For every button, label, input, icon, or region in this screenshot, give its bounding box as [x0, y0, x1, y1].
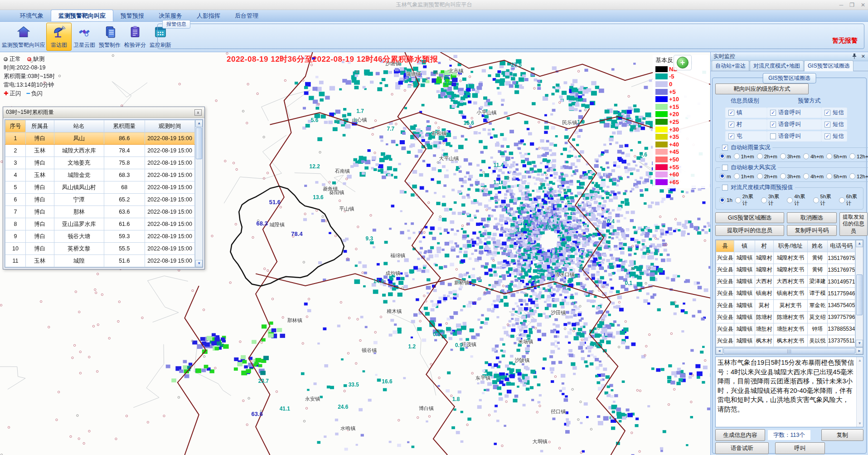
table-row[interactable]: 11玉林城隍51.62022-08-19 15:00 — [5, 255, 195, 267]
cancel-select-button[interactable]: 取消圈选 — [787, 212, 837, 223]
menu-tab-后台管理[interactable]: 后台管理 — [228, 10, 266, 21]
radio-button[interactable] — [757, 173, 763, 179]
menu-tab-监测预警靶向叫应[interactable]: 监测预警靶向叫应 — [51, 10, 113, 21]
radio-option[interactable]: 2h累计 — [732, 193, 758, 207]
generate-message-button[interactable]: 生成信息内容 — [715, 429, 765, 441]
checkbox[interactable]: ✓ — [824, 133, 830, 139]
table-row[interactable]: 10博白英桥文黎55.52022-08-19 15:00 — [5, 243, 195, 255]
table-row[interactable]: 9博白顿谷大塘59.32022-08-19 15:00 — [5, 230, 195, 243]
radio-option[interactable]: 5h累计 — [810, 193, 836, 207]
table-row[interactable]: 5博白凤山镇凤山村682022-08-19 15:00 — [5, 181, 195, 194]
checkbox[interactable] — [770, 133, 776, 139]
radio-option[interactable]: 12h+m — [847, 153, 868, 159]
rain-table-scrollbar[interactable]: ▲ ▼ — [195, 120, 203, 267]
extract-sms-informants-button[interactable]: 提取发短信的信息员 — [839, 212, 868, 236]
call-level-mode-button[interactable]: 靶向叫应的级别和方式 — [715, 83, 809, 94]
tool-button-雷达图[interactable]: 雷达图 — [46, 23, 72, 51]
radio-option[interactable]: 2h+m — [754, 173, 777, 179]
extract-call-informants-button[interactable]: 提取呼叫的信息员 — [715, 225, 784, 236]
table-row[interactable]: 兴业县城隍镇城隍村城隍村支书黄铸135176975 — [716, 264, 855, 276]
radio-button[interactable] — [780, 173, 786, 179]
call-button[interactable]: 呼叫 — [775, 442, 825, 454]
table-row[interactable]: 兴业县城隍镇陈塘村陈塘村支书莫文绍139775796 — [716, 311, 855, 323]
copy-call-number-button[interactable]: 复制呼叫号码 — [787, 225, 837, 236]
radio-button[interactable] — [826, 153, 832, 159]
scroll-up-icon[interactable]: ▲ — [857, 357, 863, 364]
radio-button[interactable] — [787, 197, 793, 203]
checkbox[interactable]: ✓ — [728, 133, 734, 139]
checkbox[interactable]: ✓ — [728, 122, 734, 127]
radio-option[interactable]: m — [718, 173, 731, 179]
radar-map[interactable]: 沙塘镇蒲塘镇北市镇小平山镇民乐镇山心镇石和镇大平山镇石南镇菱角镇葵阳镇平山镇城隍… — [0, 52, 710, 455]
radio-option[interactable]: 1h — [718, 197, 732, 203]
checkbox[interactable]: ✓ — [728, 110, 734, 116]
radio-button[interactable] — [734, 173, 740, 179]
radio-button[interactable] — [813, 197, 819, 203]
radio-button[interactable] — [757, 153, 763, 159]
radio-option[interactable]: 4h+m — [800, 173, 824, 179]
table-row[interactable]: 7博白那林63.62022-08-19 15:00 — [5, 206, 195, 218]
checkbox[interactable]: ✓ — [824, 110, 830, 116]
radio-option[interactable]: 3h累计 — [758, 193, 784, 207]
table-row[interactable]: 3博白文地姜充75.82022-08-19 15:00 — [5, 157, 195, 169]
radio-option[interactable]: 4h+m — [800, 153, 824, 159]
radio-button[interactable] — [734, 153, 740, 159]
message-scrollbar[interactable]: ▲ ▼ — [856, 357, 863, 427]
copy-button[interactable]: 复制 — [821, 429, 863, 441]
radio-button[interactable] — [719, 197, 725, 203]
panel-tab-GIS预警区域圈选[interactable]: GIS预警区域圈选 — [804, 60, 853, 71]
voice-call-checkbox[interactable]: ✓语音呼叫 — [767, 108, 821, 118]
panel-tab-对流尺度模式+地图[interactable]: 对流尺度模式+地图 — [750, 60, 804, 71]
rain-table[interactable]: 序号所属县站名累积雨量观测时间 1博白凤山86.62022-08-19 15:0… — [5, 120, 195, 267]
radio-button[interactable] — [849, 173, 855, 179]
menu-tab-环境气象[interactable]: 环境气象 — [13, 10, 51, 21]
radio-option[interactable]: 2h+m — [754, 153, 777, 159]
table-row[interactable]: 兴业县城隍镇莫村莫村支书覃金乾134575405 — [716, 299, 855, 311]
map-zoom-button[interactable]: + — [674, 55, 692, 70]
scroll-up-icon[interactable]: ▲ — [856, 240, 863, 247]
radio-option[interactable]: 5h+m — [824, 173, 847, 179]
radio-option[interactable]: 5h+m — [824, 153, 847, 159]
radio-option[interactable]: 3h+m — [777, 153, 800, 159]
checkbox[interactable]: ✓ — [824, 122, 830, 127]
radio-option[interactable]: m — [718, 153, 731, 159]
voice-call-checkbox[interactable]: ✓语音呼叫 — [767, 119, 821, 130]
rain-window-titlebar[interactable]: 03时~15时累积雨量 x — [3, 107, 204, 118]
minimize-icon[interactable]: ─ — [839, 2, 844, 8]
close-icon[interactable]: ✕ — [861, 2, 865, 8]
checkbox[interactable] — [722, 165, 728, 171]
voice-call-checkbox[interactable]: 语音呼叫 — [767, 131, 821, 142]
warning-message-text[interactable]: 玉林市气象台19日5时15分发布暴雨橙色预警信号：4时以来兴业县城隍大西水库已出… — [718, 358, 855, 426]
table-row[interactable]: 8博白亚山温罗水库61.62022-08-19 15:00 — [5, 218, 195, 230]
radio-button[interactable] — [761, 197, 767, 203]
hscroll-thumb[interactable]: ||| — [723, 348, 855, 354]
contacts-hscrollbar[interactable]: ◄ ||| ► — [716, 347, 863, 354]
close-icon[interactable]: x — [194, 109, 202, 116]
scroll-right-icon[interactable]: ► — [856, 347, 863, 354]
scroll-down-icon[interactable]: ▼ — [195, 260, 203, 267]
table-row[interactable]: 1博白凤山86.62022-08-19 15:00 — [5, 132, 195, 145]
checkbox[interactable]: ✓ — [770, 122, 776, 127]
radio-option[interactable]: 4h累计 — [784, 193, 810, 207]
checkbox[interactable]: ✓ — [770, 110, 776, 116]
contacts-table[interactable]: 县镇村职务/地址姓名电话号码 兴业县城隍镇城隍村城隍村支书黄铸135176975… — [716, 240, 855, 347]
radio-button[interactable] — [719, 153, 725, 159]
voice-preview-button[interactable]: 语音试听 — [715, 442, 769, 454]
maximize-icon[interactable]: ❐ — [849, 2, 854, 8]
radio-button[interactable] — [719, 173, 725, 179]
scroll-left-icon[interactable]: ◄ — [716, 347, 723, 354]
close-icon[interactable]: ✕ — [861, 54, 865, 59]
panel-tab-自动站+雷达[interactable]: 自动站+雷达 — [712, 60, 749, 71]
radio-button[interactable] — [803, 173, 809, 179]
level-checkbox-村[interactable]: ✓村 — [725, 119, 767, 130]
tool-button-检验评分[interactable]: 检验评分 — [122, 23, 148, 51]
radio-option[interactable]: 3h+m — [777, 173, 800, 179]
tool-button-监测预警靶向叫应[interactable]: 监测预警靶向叫应 — [1, 23, 46, 51]
radio-button[interactable] — [803, 153, 809, 159]
level-checkbox-屯[interactable]: ✓屯 — [725, 131, 767, 142]
table-row[interactable]: 兴业县城隍镇镇南村镇南村支书谭于模151775946 — [716, 288, 855, 299]
radio-option[interactable]: 6h累计 — [836, 193, 862, 207]
table-row[interactable]: 兴业县城隍镇枫木村枫木村支书吴以悦137375511 — [716, 335, 855, 347]
scroll-down-icon[interactable]: ▼ — [856, 340, 863, 347]
table-row[interactable]: 兴业县城隍镇城隍村城隍村支书黄铸135176975 — [716, 252, 855, 264]
